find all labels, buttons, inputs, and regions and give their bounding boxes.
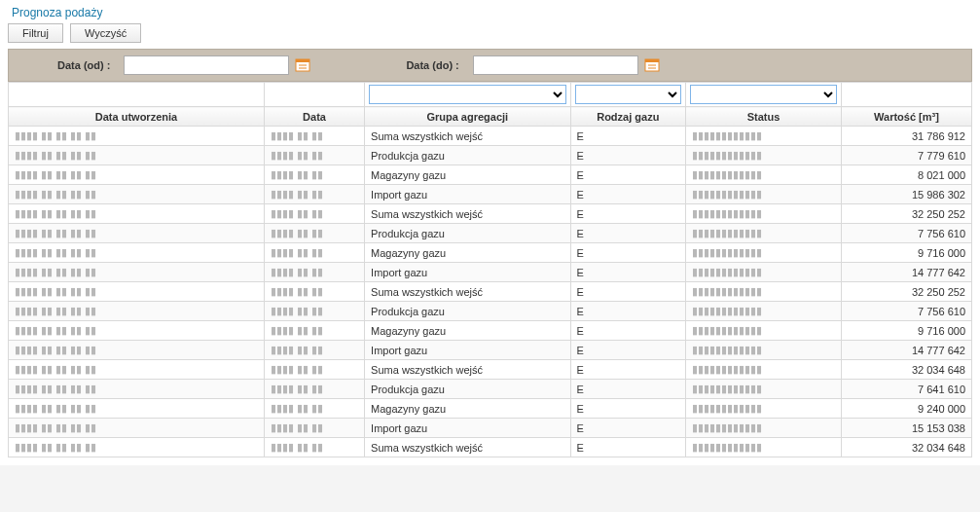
table-row[interactable]: ▮▮▮▮ ▮▮ ▮▮ ▮▮ ▮▮▮▮▮▮ ▮▮ ▮▮Magazyny gazuE…	[9, 165, 972, 185]
col-header-value[interactable]: Wartość [m³]	[841, 107, 971, 127]
cell-gas-type: E	[570, 302, 686, 321]
cell-gas-type: E	[570, 263, 686, 282]
data-grid: Data utworzenia Data Grupa agregacji Rod…	[8, 82, 972, 457]
cell-status: ▮▮▮▮▮▮▮▮▮▮▮▮	[686, 341, 842, 360]
cell-date: ▮▮▮▮ ▮▮ ▮▮	[264, 224, 364, 243]
clear-button[interactable]: Wyczyść	[70, 23, 141, 43]
cell-gas-type: E	[570, 380, 686, 399]
cell-gas-type: E	[570, 165, 686, 185]
table-row[interactable]: ▮▮▮▮ ▮▮ ▮▮ ▮▮ ▮▮▮▮▮▮ ▮▮ ▮▮Import gazuE▮▮…	[9, 185, 972, 204]
date-to-input[interactable]	[473, 55, 638, 75]
cell-status: ▮▮▮▮▮▮▮▮▮▮▮▮	[686, 263, 842, 282]
table-row[interactable]: ▮▮▮▮ ▮▮ ▮▮ ▮▮ ▮▮▮▮▮▮ ▮▮ ▮▮Import gazuE▮▮…	[9, 419, 972, 438]
cell-value: 9 716 000	[841, 321, 971, 341]
table-row[interactable]: ▮▮▮▮ ▮▮ ▮▮ ▮▮ ▮▮▮▮▮▮ ▮▮ ▮▮Produkcja gazu…	[9, 224, 972, 243]
cell-date: ▮▮▮▮ ▮▮ ▮▮	[264, 146, 364, 165]
cell-status: ▮▮▮▮▮▮▮▮▮▮▮▮	[686, 185, 842, 204]
cell-gas-type: E	[570, 224, 686, 243]
cell-value: 7 779 610	[841, 146, 971, 165]
cell-group: Suma wszystkich wejść	[365, 282, 570, 302]
cell-created: ▮▮▮▮ ▮▮ ▮▮ ▮▮ ▮▮	[9, 341, 265, 360]
cell-group: Magazyny gazu	[365, 165, 570, 185]
status-filter-select[interactable]	[690, 85, 837, 104]
table-row[interactable]: ▮▮▮▮ ▮▮ ▮▮ ▮▮ ▮▮▮▮▮▮ ▮▮ ▮▮Import gazuE▮▮…	[9, 341, 972, 360]
cell-status: ▮▮▮▮▮▮▮▮▮▮▮▮	[686, 399, 842, 419]
gas-type-filter-select[interactable]	[575, 85, 682, 104]
cell-status: ▮▮▮▮▮▮▮▮▮▮▮▮	[686, 165, 842, 185]
cell-group: Produkcja gazu	[365, 380, 570, 399]
cell-status: ▮▮▮▮▮▮▮▮▮▮▮▮	[686, 302, 842, 321]
cell-status: ▮▮▮▮▮▮▮▮▮▮▮▮	[686, 282, 842, 302]
table-row[interactable]: ▮▮▮▮ ▮▮ ▮▮ ▮▮ ▮▮▮▮▮▮ ▮▮ ▮▮Magazyny gazuE…	[9, 243, 972, 263]
cell-group: Import gazu	[365, 341, 570, 360]
table-row[interactable]: ▮▮▮▮ ▮▮ ▮▮ ▮▮ ▮▮▮▮▮▮ ▮▮ ▮▮Suma wszystkic…	[9, 204, 972, 224]
col-header-created[interactable]: Data utworzenia	[9, 107, 265, 127]
cell-value: 32 250 252	[841, 282, 971, 302]
filter-button[interactable]: Filtruj	[8, 23, 63, 43]
date-from-label: Data (od) :	[57, 59, 110, 71]
group-filter-select[interactable]	[369, 85, 565, 104]
table-row[interactable]: ▮▮▮▮ ▮▮ ▮▮ ▮▮ ▮▮▮▮▮▮ ▮▮ ▮▮Suma wszystkic…	[9, 127, 972, 146]
table-row[interactable]: ▮▮▮▮ ▮▮ ▮▮ ▮▮ ▮▮▮▮▮▮ ▮▮ ▮▮Magazyny gazuE…	[9, 399, 972, 419]
cell-gas-type: E	[570, 146, 686, 165]
cell-created: ▮▮▮▮ ▮▮ ▮▮ ▮▮ ▮▮	[9, 263, 265, 282]
cell-created: ▮▮▮▮ ▮▮ ▮▮ ▮▮ ▮▮	[9, 204, 265, 224]
cell-date: ▮▮▮▮ ▮▮ ▮▮	[264, 360, 364, 380]
cell-date: ▮▮▮▮ ▮▮ ▮▮	[264, 165, 364, 185]
cell-date: ▮▮▮▮ ▮▮ ▮▮	[264, 204, 364, 224]
cell-group: Produkcja gazu	[365, 224, 570, 243]
cell-status: ▮▮▮▮▮▮▮▮▮▮▮▮	[686, 224, 842, 243]
filter-bar: Data (od) : Data (do) :	[8, 49, 972, 82]
cell-status: ▮▮▮▮▮▮▮▮▮▮▮▮	[686, 360, 842, 380]
table-row[interactable]: ▮▮▮▮ ▮▮ ▮▮ ▮▮ ▮▮▮▮▮▮ ▮▮ ▮▮Magazyny gazuE…	[9, 321, 972, 341]
cell-gas-type: E	[570, 341, 686, 360]
table-row[interactable]: ▮▮▮▮ ▮▮ ▮▮ ▮▮ ▮▮▮▮▮▮ ▮▮ ▮▮Suma wszystkic…	[9, 360, 972, 380]
col-header-status[interactable]: Status	[686, 107, 842, 127]
col-header-gas-type[interactable]: Rodzaj gazu	[570, 107, 686, 127]
filter-cell-value	[841, 83, 971, 107]
cell-status: ▮▮▮▮▮▮▮▮▮▮▮▮	[686, 146, 842, 165]
cell-date: ▮▮▮▮ ▮▮ ▮▮	[264, 302, 364, 321]
page-title: Prognoza podaży	[12, 6, 972, 19]
cell-value: 14 777 642	[841, 263, 971, 282]
calendar-icon[interactable]	[295, 57, 310, 73]
cell-value: 14 777 642	[841, 341, 971, 360]
col-header-group[interactable]: Grupa agregacji	[365, 107, 570, 127]
cell-date: ▮▮▮▮ ▮▮ ▮▮	[264, 438, 364, 457]
table-row[interactable]: ▮▮▮▮ ▮▮ ▮▮ ▮▮ ▮▮▮▮▮▮ ▮▮ ▮▮Import gazuE▮▮…	[9, 263, 972, 282]
table-row[interactable]: ▮▮▮▮ ▮▮ ▮▮ ▮▮ ▮▮▮▮▮▮ ▮▮ ▮▮Produkcja gazu…	[9, 146, 972, 165]
cell-value: 32 034 648	[841, 360, 971, 380]
cell-group: Produkcja gazu	[365, 146, 570, 165]
cell-group: Magazyny gazu	[365, 243, 570, 263]
cell-status: ▮▮▮▮▮▮▮▮▮▮▮▮	[686, 321, 842, 341]
cell-created: ▮▮▮▮ ▮▮ ▮▮ ▮▮ ▮▮	[9, 380, 265, 399]
cell-status: ▮▮▮▮▮▮▮▮▮▮▮▮	[686, 127, 842, 146]
cell-group: Suma wszystkich wejść	[365, 360, 570, 380]
table-row[interactable]: ▮▮▮▮ ▮▮ ▮▮ ▮▮ ▮▮▮▮▮▮ ▮▮ ▮▮Produkcja gazu…	[9, 380, 972, 399]
calendar-icon[interactable]	[644, 57, 660, 73]
cell-date: ▮▮▮▮ ▮▮ ▮▮	[264, 282, 364, 302]
table-row[interactable]: ▮▮▮▮ ▮▮ ▮▮ ▮▮ ▮▮▮▮▮▮ ▮▮ ▮▮Produkcja gazu…	[9, 302, 972, 321]
cell-created: ▮▮▮▮ ▮▮ ▮▮ ▮▮ ▮▮	[9, 399, 265, 419]
cell-gas-type: E	[570, 282, 686, 302]
cell-gas-type: E	[570, 419, 686, 438]
cell-created: ▮▮▮▮ ▮▮ ▮▮ ▮▮ ▮▮	[9, 185, 265, 204]
table-row[interactable]: ▮▮▮▮ ▮▮ ▮▮ ▮▮ ▮▮▮▮▮▮ ▮▮ ▮▮Suma wszystkic…	[9, 438, 972, 457]
cell-date: ▮▮▮▮ ▮▮ ▮▮	[264, 341, 364, 360]
cell-group: Import gazu	[365, 185, 570, 204]
cell-date: ▮▮▮▮ ▮▮ ▮▮	[264, 419, 364, 438]
cell-status: ▮▮▮▮▮▮▮▮▮▮▮▮	[686, 204, 842, 224]
cell-gas-type: E	[570, 204, 686, 224]
cell-gas-type: E	[570, 127, 686, 146]
table-row[interactable]: ▮▮▮▮ ▮▮ ▮▮ ▮▮ ▮▮▮▮▮▮ ▮▮ ▮▮Suma wszystkic…	[9, 282, 972, 302]
col-header-date[interactable]: Data	[264, 107, 364, 127]
cell-date: ▮▮▮▮ ▮▮ ▮▮	[264, 380, 364, 399]
cell-value: 15 986 302	[841, 185, 971, 204]
cell-status: ▮▮▮▮▮▮▮▮▮▮▮▮	[686, 380, 842, 399]
cell-value: 32 034 648	[841, 438, 971, 457]
date-from-input[interactable]	[124, 55, 289, 75]
cell-value: 32 250 252	[841, 204, 971, 224]
cell-status: ▮▮▮▮▮▮▮▮▮▮▮▮	[686, 243, 842, 263]
cell-group: Import gazu	[365, 419, 570, 438]
cell-group: Suma wszystkich wejść	[365, 127, 570, 146]
